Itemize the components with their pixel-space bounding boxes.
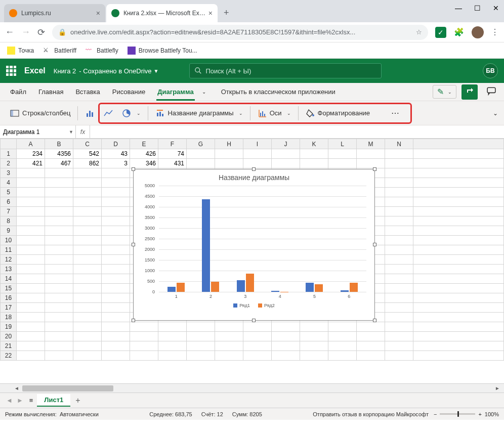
scroll-left-icon[interactable]: ◄ <box>14 385 19 391</box>
zoom-value: 100% <box>485 411 499 417</box>
x-axis: 123456 <box>159 294 366 299</box>
bookmark-item[interactable]: Browse Battlefy Tou... <box>128 47 197 55</box>
resize-handle[interactable] <box>252 167 256 171</box>
calc-mode-value: Автоматически <box>60 411 99 417</box>
axes-button[interactable]: Оси ⌄ <box>254 106 295 121</box>
spreadsheet-grid[interactable]: ABCDEFGHIJKLMN12344356542434267424214678… <box>0 139 504 383</box>
bar-chart-type-button[interactable] <box>81 105 99 121</box>
resize-handle[interactable] <box>132 243 135 246</box>
minimize-button[interactable]: — <box>455 4 462 12</box>
all-sheets-button[interactable]: ≡ <box>29 397 33 404</box>
svg-rect-16 <box>262 111 263 116</box>
svg-rect-17 <box>264 114 265 116</box>
browser-menu-button[interactable]: ⋮ <box>491 27 499 37</box>
app-launcher-button[interactable] <box>6 66 16 76</box>
resize-handle[interactable] <box>373 319 376 322</box>
sheet-tabs: ◄ ► ≡ Лист1 + <box>0 392 504 408</box>
tab-home[interactable]: Главная <box>32 83 69 101</box>
bookmark-item[interactable]: Точка <box>7 47 34 55</box>
profile-avatar[interactable] <box>472 26 484 38</box>
svg-rect-6 <box>89 111 91 117</box>
zoom-slider[interactable] <box>440 413 475 415</box>
legend-item: Ряд1 <box>233 303 250 308</box>
line-chart-type-button[interactable] <box>99 105 117 121</box>
back-button[interactable]: ← <box>5 27 14 37</box>
chart-title[interactable]: Название диаграммы <box>134 169 374 184</box>
extensions-button[interactable]: 🧩 <box>453 27 465 38</box>
resize-handle[interactable] <box>132 319 135 322</box>
share-button[interactable] <box>461 84 478 100</box>
resize-handle[interactable] <box>373 243 376 246</box>
bookmark-icon <box>7 47 15 55</box>
reload-button[interactable]: ⟳ <box>37 27 45 38</box>
bookmarks-bar: Точка ⚔Battleriff 〰Battlefly Browse Batt… <box>0 42 504 59</box>
status-bar: Режим вычисления: Автоматически Среднее:… <box>0 408 504 420</box>
sheet-prev-button[interactable]: ◄ <box>6 397 13 404</box>
calc-mode-label: Режим вычисления: <box>5 411 57 417</box>
scroll-right-icon[interactable]: ► <box>495 385 500 391</box>
chart-plot-area[interactable]: 0500100015002000250030003500400045005000… <box>159 186 366 292</box>
comments-button[interactable] <box>483 84 500 100</box>
formula-input[interactable] <box>90 125 504 138</box>
scroll-thumb[interactable] <box>22 385 113 391</box>
sheet-tab-active[interactable]: Лист1 <box>37 394 70 407</box>
chart-title-button[interactable]: Название диаграммы ⌄ <box>151 106 246 121</box>
paint-bucket-icon <box>306 109 315 118</box>
svg-point-18 <box>312 114 314 116</box>
svg-rect-15 <box>260 113 261 116</box>
browser-nav-bar: ← → ⟳ 🔒 onedrive.live.com/edit.aspx?acti… <box>0 22 504 42</box>
tab-insert[interactable]: Вставка <box>69 83 106 101</box>
document-name[interactable]: Книга 2 <box>54 67 76 75</box>
browser-tab-1[interactable]: Lumpics.ru × <box>4 4 105 22</box>
zoom-in-button[interactable]: + <box>478 411 481 417</box>
close-tab-icon[interactable]: × <box>208 9 213 17</box>
browser-tab-2-active[interactable]: Книга 2.xlsx — Microsoft Excel O × <box>106 4 218 22</box>
chevron-down-icon[interactable]: ▼ <box>69 129 73 135</box>
open-in-desktop-button[interactable]: Открыть в классическом приложении <box>221 88 335 96</box>
chevron-down-icon[interactable]: ▼ <box>154 68 159 74</box>
zoom-control[interactable]: − + 100% <box>434 411 499 417</box>
tabs-overflow-dropdown[interactable]: ⌄ <box>202 89 206 95</box>
bookmark-star-icon[interactable]: ☆ <box>416 28 422 36</box>
switch-row-column-button[interactable]: Строка/столбец <box>6 106 74 121</box>
sheet-next-button[interactable]: ► <box>17 397 23 404</box>
tab-draw[interactable]: Рисование <box>106 83 151 101</box>
tab-title: Книга 2.xlsx — Microsoft Excel O <box>123 10 205 17</box>
bookmark-item[interactable]: 〰Battlefly <box>86 47 118 55</box>
feedback-link[interactable]: Отправить отзыв в корпорацию Майкрософт <box>313 411 429 417</box>
svg-rect-9 <box>157 110 163 111</box>
zoom-out-button[interactable]: − <box>434 411 437 417</box>
pie-chart-type-button[interactable]: ⌄ <box>117 105 145 121</box>
format-button[interactable]: Форматирование <box>302 106 374 121</box>
name-box[interactable]: Диаграмма 1▼ <box>0 125 76 138</box>
bookmark-item[interactable]: ⚔Battleriff <box>43 47 76 55</box>
url-text: onedrive.live.com/edit.aspx?action=editn… <box>70 28 412 36</box>
close-tab-icon[interactable]: × <box>96 9 100 17</box>
svg-rect-10 <box>157 113 158 116</box>
embedded-chart[interactable]: Название диаграммы 050010001500200025003… <box>133 169 375 321</box>
url-bar[interactable]: 🔒 onedrive.live.com/edit.aspx?action=edi… <box>52 25 428 40</box>
collapse-ribbon-button[interactable]: ⌄ <box>493 110 498 117</box>
chart-bars <box>159 186 366 292</box>
resize-handle[interactable] <box>373 167 376 171</box>
resize-handle[interactable] <box>252 319 256 322</box>
resize-handle[interactable] <box>132 167 135 171</box>
svg-rect-7 <box>92 112 93 117</box>
lock-icon: 🔒 <box>58 28 66 36</box>
fx-label[interactable]: fx <box>76 125 90 138</box>
pen-icon: ✎ <box>437 87 444 97</box>
user-avatar[interactable]: БВ <box>483 63 498 78</box>
tab-file[interactable]: Файл <box>4 83 32 101</box>
new-tab-button[interactable]: + <box>224 8 229 18</box>
more-options-button[interactable]: ⋯ <box>391 108 399 118</box>
forward-button[interactable]: → <box>21 27 30 37</box>
extension-icon-1[interactable]: ✓ <box>435 27 446 38</box>
close-window-button[interactable]: ✕ <box>493 4 499 12</box>
horizontal-scrollbar[interactable]: ◄ ► <box>0 383 504 392</box>
add-sheet-button[interactable]: + <box>75 396 80 405</box>
editing-mode-button[interactable]: ✎⌄ <box>433 85 456 99</box>
tab-favicon <box>9 9 17 17</box>
tab-chart[interactable]: Диаграмма <box>151 83 199 101</box>
maximize-button[interactable]: ☐ <box>474 4 481 12</box>
search-input[interactable]: Поиск (Alt + Ы) <box>189 63 382 78</box>
